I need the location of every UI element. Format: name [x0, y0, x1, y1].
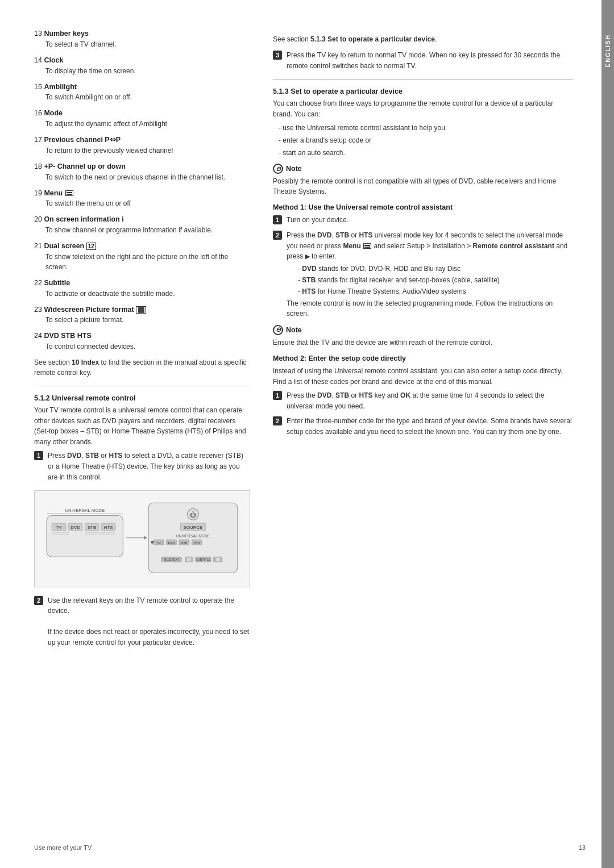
side-tab-label: ENGLISH [605, 34, 611, 67]
item-18: 18 +P- Channel up or down To switch to t… [34, 161, 250, 182]
svg-marker-39 [144, 536, 147, 540]
item-19-title: Menu [44, 189, 73, 197]
method2-step1-text: Press the DVD, STB or HTS key and OK at … [287, 390, 573, 411]
page-wrapper: ENGLISH 13 Number keys To select a TV ch… [0, 0, 614, 868]
item-15: 15 Ambilight To switch Ambilight on or o… [34, 82, 250, 103]
sub-bullet-stb: STB stands for digital receiver and set-… [298, 275, 573, 285]
section-513-intro: You can choose from three ways to progra… [273, 98, 573, 119]
svg-text:⬜: ⬜ [216, 557, 220, 562]
method1-step1: 1 Turn on your device. [273, 215, 573, 226]
svg-text:TV: TV [56, 525, 62, 530]
section-512-intro: Your TV remote control is a universal re… [34, 405, 250, 447]
left-column: 13 Number keys To select a TV channel. 1… [34, 28, 250, 840]
item-13-desc: To select a TV channel. [45, 39, 250, 49]
item-14: 14 Clock To display the time on screen. [34, 55, 250, 76]
svg-text:⬜: ⬜ [187, 557, 191, 562]
svg-text:⏻: ⏻ [190, 511, 196, 518]
svg-text:TV: TV [157, 541, 161, 545]
step-num-3: 3 [273, 51, 282, 60]
item-17-title: Previous channel P⇔P [44, 136, 121, 144]
section-512-heading: 5.1.2 Universal remote control [34, 394, 250, 402]
item-20: 20 On screen information i To show chann… [34, 214, 250, 235]
method1-step2: 2 Press the DVD, STB or HTS universal mo… [273, 230, 573, 319]
item-21-desc: To show teletext on the right and the pi… [45, 252, 250, 272]
method2-step-num-2: 2 [273, 416, 282, 425]
item-15-title: Ambilight [44, 83, 77, 91]
method2-step2: 2 Enter the three-number code for the ty… [273, 416, 573, 437]
menu-icon [65, 190, 73, 196]
step-512-1: 1 Press DVD, STB or HTS to select a DVD,… [34, 450, 250, 482]
item-20-desc: To show channel or programme information… [45, 225, 250, 235]
item-15-desc: To switch Ambilight on or off. [45, 92, 250, 102]
method2-steps: 1 Press the DVD, STB or HTS key and OK a… [273, 390, 573, 437]
item-23-desc: To select a picture format. [45, 315, 250, 325]
page-footer: Use more of your TV 13 [34, 844, 586, 851]
right-column: See section 5.1.3 Set to operate a parti… [273, 28, 573, 840]
see-section-10: See section 10 Index to find the section… [34, 357, 250, 378]
bullet-3: start an auto search. [279, 148, 573, 158]
note-title-1: ⊖ Note [273, 164, 573, 174]
item-17-desc: To return to the previously viewed chann… [45, 145, 250, 156]
note-icon-2: ⊖ [273, 325, 283, 335]
item-14-title: Clock [44, 56, 63, 64]
bullet-1: use the Universal remote control assista… [279, 123, 573, 133]
bullet-list-513: use the Universal remote control assista… [279, 123, 573, 158]
item-21-title: Dual screen 12 [44, 242, 96, 250]
item-20-title: On screen information i [44, 215, 123, 223]
step-512-2: 2 Use the relevant keys on the TV remote… [34, 595, 250, 648]
svg-text:HTS: HTS [194, 541, 200, 545]
divider-512 [34, 386, 250, 386]
step-512-1-text: Press DVD, STB or HTS to select a DVD, a… [48, 450, 250, 482]
item-16-desc: To adjust the dynamic effect of Ambiligh… [45, 119, 250, 129]
method1-heading: Method 1: Use the Universal remote contr… [273, 203, 573, 211]
item-18-title: +P- Channel up or down [44, 162, 125, 170]
item-16-title: Mode [44, 109, 63, 117]
item-18-desc: To switch to the next or previous channe… [45, 172, 250, 182]
step-list-512-3: 3 Press the TV key to return to normal T… [273, 50, 573, 71]
footer-left: Use more of your TV [34, 844, 92, 851]
method1-step1-text: Turn on your device. [287, 215, 349, 226]
step-512-3-text: Press the TV key to return to normal TV … [287, 50, 573, 71]
svg-point-29 [151, 541, 154, 543]
step-list-512: 1 Press DVD, STB or HTS to select a DVD,… [34, 450, 250, 482]
item-22: 22 Subtitle To activate or deactivate th… [34, 278, 250, 299]
sub-bullet-dvd: DVD stands for DVD, DVD-R, HDD and Blu-r… [298, 264, 573, 274]
step-num-1: 1 [34, 451, 43, 460]
side-tab: ENGLISH [601, 0, 614, 868]
step-512-3: 3 Press the TV key to return to normal T… [273, 50, 573, 71]
svg-text:STB: STB [181, 541, 187, 545]
svg-text:DVD: DVD [168, 541, 175, 545]
svg-text:UNIVERSAL MODE: UNIVERSAL MODE [176, 534, 210, 538]
svg-text:DVD: DVD [70, 525, 80, 530]
svg-text:TELETEXT: TELETEXT [163, 558, 180, 561]
method2-heading: Method 2: Enter the setup code directly [273, 354, 573, 362]
step-list-512-2: 2 Use the relevant keys on the TV remote… [34, 595, 250, 648]
bullet-2: enter a brand's setup code or [279, 135, 573, 145]
item-24: 24 DVD STB HTS To control connected devi… [34, 331, 250, 352]
item-14-desc: To display the time on screen. [45, 66, 250, 76]
item-22-title: Subtitle [44, 279, 70, 287]
step-num-2: 2 [34, 596, 43, 605]
item-23: 23 Widescreen Picture format ⬛ To select… [34, 304, 250, 326]
sub-bullet-hts: HTS for Home Theatre Systems, Audio/Vide… [298, 286, 573, 297]
method1-subbullets: DVD stands for DVD, DVD-R, HDD and Blu-r… [298, 264, 573, 297]
item-21: 21 Dual screen 12 To show teletext on th… [34, 241, 250, 272]
note-title-2: ⊖ Note [273, 325, 573, 335]
menu-icon-inline [363, 243, 371, 249]
item-19-desc: To switch the menu on or off [45, 198, 250, 208]
svg-text:SUBTITLE: SUBTITLE [196, 558, 211, 561]
method1-step-num-1: 1 [273, 215, 282, 224]
method1-step2-text: Press the DVD, STB or HTS universal mode… [287, 230, 573, 319]
item-17: 17 Previous channel P⇔P To return to the… [34, 135, 250, 156]
item-19: 19 Menu To switch the menu on or off [34, 188, 250, 209]
item-24-title: DVD STB HTS [44, 332, 91, 340]
note-box-2: ⊖ Note Ensure that the TV and the device… [273, 325, 573, 348]
note-text-1: Possibly the remote control is not compa… [273, 176, 573, 197]
main-content: 13 Number keys To select a TV channel. 1… [0, 0, 601, 868]
step-512-2-text: Use the relevant keys on the TV remote c… [48, 595, 250, 648]
see-section-513-ref: See section 5.1.3 Set to operate a parti… [273, 34, 573, 44]
remote-image-area: UNIVERSAL MODE TV DVD STB HTS [34, 490, 250, 587]
note-text-2: Ensure that the TV and the device are wi… [273, 337, 573, 348]
svg-text:HTS: HTS [104, 525, 113, 530]
method2-step-num-1: 1 [273, 391, 282, 400]
